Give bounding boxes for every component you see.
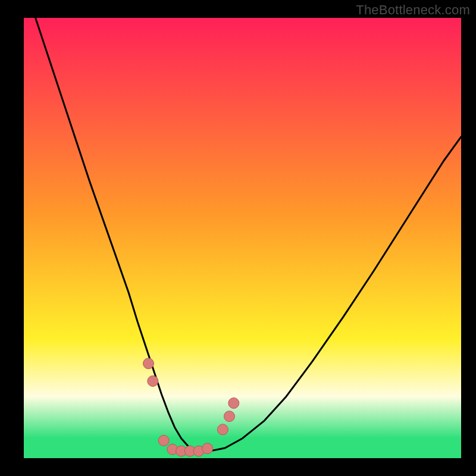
curve-marker <box>148 376 158 387</box>
curve-marker <box>158 435 169 446</box>
curve-marker <box>202 443 213 454</box>
watermark-text: TheBottleneck.com <box>356 2 470 18</box>
bottleneck-chart <box>0 0 476 476</box>
curve-marker <box>217 424 228 435</box>
curve-marker <box>228 398 239 409</box>
curve-marker <box>143 358 154 369</box>
curve-marker <box>224 411 234 422</box>
chart-frame: TheBottleneck.com <box>0 0 476 476</box>
